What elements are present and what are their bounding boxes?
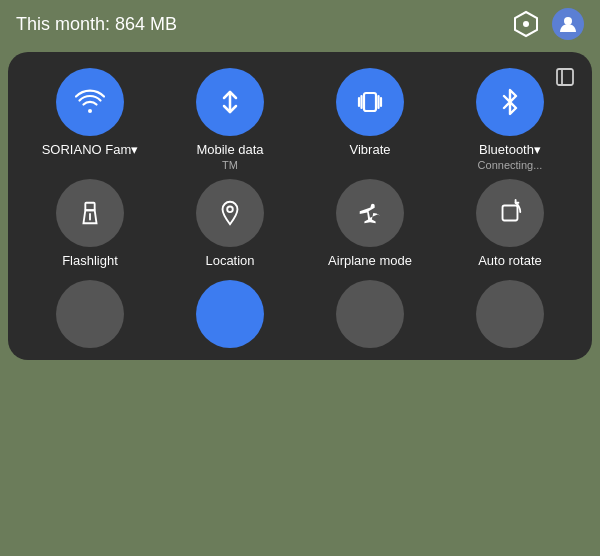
partial-tile-4[interactable] <box>450 280 570 348</box>
airplane-circle <box>336 179 404 247</box>
svg-point-2 <box>564 17 572 25</box>
auto-rotate-circle <box>476 179 544 247</box>
flashlight-circle <box>56 179 124 247</box>
tile-mobile-data[interactable]: Mobile data TM <box>170 68 290 171</box>
quick-settings-panel: SORIANO Fam▾ Mobile data TM <box>8 52 592 360</box>
svg-rect-3 <box>557 69 573 85</box>
airplane-label: Airplane mode <box>328 253 412 268</box>
svg-rect-6 <box>364 93 376 111</box>
svg-point-14 <box>227 206 233 212</box>
status-title: This month: 864 MB <box>16 14 177 35</box>
tile-bluetooth[interactable]: Bluetooth▾ Connecting... <box>450 68 570 171</box>
wifi-circle <box>56 68 124 136</box>
status-bar-left: This month: 864 MB <box>16 14 177 35</box>
wifi-label: SORIANO Fam▾ <box>42 142 139 157</box>
location-label: Location <box>205 253 254 268</box>
auto-rotate-label: Auto rotate <box>478 253 542 268</box>
svg-point-1 <box>523 21 529 27</box>
tile-wifi[interactable]: SORIANO Fam▾ <box>30 68 150 157</box>
partial-tile-2[interactable] <box>170 280 290 348</box>
partial-tile-1[interactable] <box>30 280 150 348</box>
bluetooth-label: Bluetooth▾ <box>479 142 541 157</box>
vibrate-circle <box>336 68 404 136</box>
tile-vibrate[interactable]: Vibrate <box>310 68 430 157</box>
tile-flashlight[interactable]: Flashlight <box>30 179 150 268</box>
mobile-data-circle <box>196 68 264 136</box>
tiles-row-2: Flashlight Location Airplane mode <box>20 179 580 268</box>
tile-location[interactable]: Location <box>170 179 290 268</box>
tiles-row-1: SORIANO Fam▾ Mobile data TM <box>20 68 580 171</box>
status-bar: This month: 864 MB <box>0 0 600 48</box>
edit-icon[interactable] <box>554 66 576 93</box>
hex-icon[interactable] <box>510 8 542 40</box>
partial-tile-3[interactable] <box>310 280 430 348</box>
flashlight-label: Flashlight <box>62 253 118 268</box>
status-bar-right <box>510 8 584 40</box>
bottom-row-partial <box>20 276 580 348</box>
svg-rect-11 <box>85 203 94 210</box>
tile-airplane[interactable]: Airplane mode <box>310 179 430 268</box>
avatar-icon[interactable] <box>552 8 584 40</box>
location-circle <box>196 179 264 247</box>
vibrate-label: Vibrate <box>350 142 391 157</box>
tile-auto-rotate[interactable]: Auto rotate <box>450 179 570 268</box>
bluetooth-sublabel: Connecting... <box>478 159 543 171</box>
mobile-data-sublabel: TM <box>222 159 238 171</box>
bluetooth-circle <box>476 68 544 136</box>
svg-rect-15 <box>503 206 518 221</box>
mobile-data-label: Mobile data <box>196 142 263 157</box>
